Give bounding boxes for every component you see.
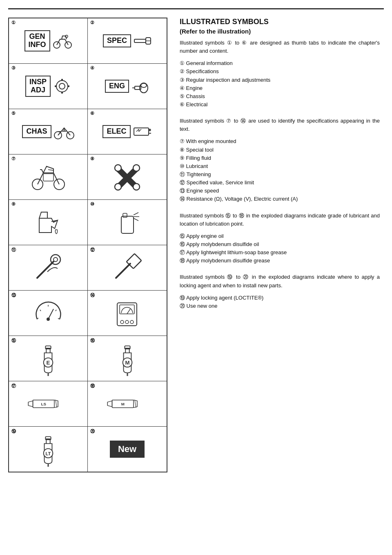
svg-marker-65 <box>107 401 112 407</box>
svg-point-13 <box>141 83 147 87</box>
cell-number-12: ⑫ <box>90 247 95 253</box>
svg-rect-11 <box>67 85 69 87</box>
tab-label-eng: ENG <box>105 80 129 93</box>
svg-point-32 <box>115 184 121 190</box>
cell-number-15: ⑮ <box>11 338 16 344</box>
list-item-7: ⑦ With engine mounted <box>180 137 380 145</box>
cell-11-tightening: ⑪ <box>9 245 88 290</box>
cell-number-20: ⑳ <box>90 428 95 434</box>
svg-marker-61 <box>28 401 33 407</box>
list-item-11: ⑪ Tightening <box>180 170 380 179</box>
cell-3-insp-adj: ③ INSPADJ <box>9 64 88 109</box>
cell-number-1: ① <box>11 20 16 25</box>
cell15-oil-bottle-icon: E <box>34 341 62 376</box>
new-label: New <box>110 441 145 458</box>
cell-number-13: ⑬ <box>11 292 16 298</box>
svg-text:E: E <box>47 359 50 365</box>
cell-1-gen-info: ① GENINFO <box>9 18 88 63</box>
cell13-tachometer-icon <box>31 297 66 329</box>
list-item-8: ⑧ Special tool <box>180 146 380 154</box>
cell-5-chas: ⑤ CHAS <box>9 109 88 154</box>
cell8-tool-icon <box>110 161 145 193</box>
cell-16-moly-oil: ⑯ M <box>88 336 167 381</box>
cell-6-elec: ⑥ ELEC <box>88 109 167 154</box>
svg-line-22 <box>136 129 139 132</box>
list-item-19: ⑲ Apply locking agent (LOCTITE®) <box>180 294 380 302</box>
cell10-lubricant-icon <box>110 206 145 239</box>
main-title: ILLUSTRATED SYMBOLS <box>180 18 380 26</box>
cell-number-8: ⑧ <box>90 156 94 161</box>
cell-9-filling-fluid: ⑨ <box>9 200 88 245</box>
cell-17-lithium-grease: ⑰ LS <box>9 381 88 426</box>
tab-label-gen-info: GENINFO <box>24 30 50 51</box>
spec-icon <box>134 34 151 48</box>
svg-point-39 <box>51 255 60 264</box>
cell-12-service-limit: ⑫ <box>88 245 167 290</box>
eng-icon <box>131 78 149 94</box>
list-item-5: ⑤ Chassis <box>180 92 380 101</box>
tab-label-elec: ELEC <box>102 125 130 138</box>
cell14-meter-icon <box>110 297 145 329</box>
svg-text:M: M <box>121 402 124 406</box>
list-item-16: ⑯ Apply molybdenum disulfide oil <box>180 240 380 248</box>
grid-row-1: ① GENINFO <box>9 18 167 64</box>
svg-line-47 <box>48 309 53 319</box>
cell-2-spec: ② SPEC <box>88 18 167 63</box>
svg-line-42 <box>37 318 38 319</box>
cell-number-19: ⑲ <box>11 428 16 434</box>
svg-rect-49 <box>117 303 137 326</box>
chas-icon <box>54 123 74 140</box>
symbol-grid: ① GENINFO <box>8 18 167 472</box>
section-2-body: Illustrated symbols ⑦ to ⑭ are used to i… <box>180 117 380 133</box>
svg-point-33 <box>133 184 140 190</box>
cell-number-2: ② <box>90 20 94 25</box>
svg-rect-3 <box>134 39 146 43</box>
list-item-10: ⑩ Lubricant <box>180 162 380 170</box>
svg-point-52 <box>120 320 124 324</box>
svg-line-38 <box>134 218 138 221</box>
svg-point-48 <box>47 318 50 321</box>
svg-point-6 <box>56 81 68 92</box>
list-item-12: ⑫ Specified value, Service limit <box>180 179 380 187</box>
tab-label-insp-adj: INSPADJ <box>25 76 51 97</box>
list-item-18: ⑱ Apply molybdenum disulfide grease <box>180 257 380 265</box>
list-item-15: ⑮ Apply engine oil <box>180 232 380 240</box>
list-item-3: ③ Regular inspection and adjustments <box>180 76 380 84</box>
list-item-9: ⑨ Filling fluid <box>180 154 380 162</box>
section-3-body: Illustrated symbols ⑮ to ⑱ in the explod… <box>180 212 380 228</box>
cell9-fluid-icon <box>31 206 66 239</box>
cell-10-lubricant: ⑩ <box>88 200 167 245</box>
list-item-17: ⑰ Apply lightweight lithium-soap base gr… <box>180 248 380 257</box>
tab-label-spec: SPEC <box>103 34 131 47</box>
svg-rect-27 <box>43 174 53 181</box>
cell-4-eng: ④ ENG <box>88 64 167 109</box>
page: ① GENINFO <box>0 8 392 555</box>
svg-point-53 <box>125 320 129 324</box>
section-3: Illustrated symbols ⑮ to ⑱ in the explod… <box>180 212 380 265</box>
cell-15-engine-oil: ⑮ E <box>9 336 88 381</box>
svg-line-36 <box>134 213 138 215</box>
cell-14-resistance: ⑭ <box>88 291 167 336</box>
grid-row-7: ⑬ ⑭ <box>9 291 167 336</box>
motorcycle-icon-1 <box>53 33 72 49</box>
svg-rect-34 <box>121 216 134 233</box>
list-item-20: ⑳ Use new one <box>180 302 380 310</box>
cell-number-16: ⑯ <box>90 338 95 344</box>
cell16-oil-bottle-icon: M <box>113 341 142 376</box>
top-separator <box>8 8 384 9</box>
list-item-6: ⑥ Electrical <box>180 101 380 109</box>
grid-row-5: ⑨ ⑩ <box>9 200 167 245</box>
grid-row-4: ⑦ <box>9 154 167 200</box>
svg-point-54 <box>130 320 134 324</box>
cell12-value-icon <box>110 251 145 284</box>
cell-number-7: ⑦ <box>11 156 16 161</box>
cell-20-new: ⑳ New <box>88 427 167 472</box>
grid-row-6: ⑪ ⑫ <box>9 245 167 291</box>
tab-label-chas: CHAS <box>22 125 51 138</box>
right-panel: ILLUSTRATED SYMBOLS (Refer to the illust… <box>176 18 384 472</box>
grid-row-10: ⑲ LT ⑳ New <box>9 427 167 472</box>
main-subtitle: (Refer to the illustration) <box>180 28 380 35</box>
svg-line-68 <box>135 400 136 408</box>
grid-row-9: ⑰ LS ⑱ <box>9 381 167 427</box>
grid-row-2: ③ INSPADJ <box>9 64 167 109</box>
